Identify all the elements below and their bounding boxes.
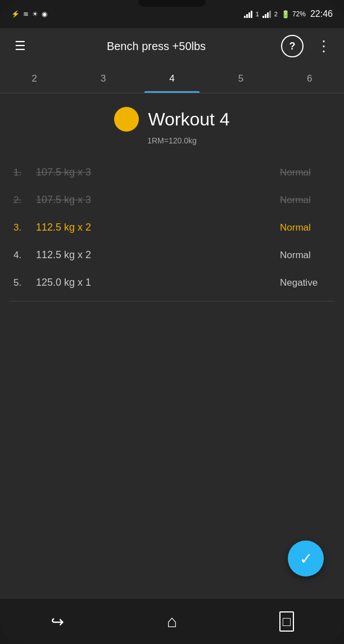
set-num-1: 1. xyxy=(13,167,31,178)
tab-3[interactable]: 3 xyxy=(69,64,137,93)
set-weight-5: 125.0 kg x 1 xyxy=(36,277,275,289)
set-weight-1: 107.5 kg x 3 xyxy=(36,166,275,178)
bottom-navigation: ↩ ⌂ □ xyxy=(0,599,344,644)
recents-icon: □ xyxy=(279,611,295,632)
signal1-icon xyxy=(244,11,252,18)
recents-button[interactable]: □ xyxy=(270,605,304,638)
help-button[interactable]: ? xyxy=(281,35,304,57)
set-num-2: 2. xyxy=(13,195,31,206)
workout-subtitle: 1RM=120.0kg xyxy=(147,136,197,145)
set-type-5: Negative xyxy=(280,277,331,289)
workout-title-row: Workout 4 xyxy=(114,107,229,132)
brightness-icon: ☀ xyxy=(32,10,38,18)
battery-level: 72% xyxy=(292,10,306,18)
usb-icon: ⚡ xyxy=(11,10,20,18)
set-weight-3: 112.5 kg x 2 xyxy=(36,222,275,233)
set-num-5: 5. xyxy=(13,277,31,289)
tab-4[interactable]: 4 xyxy=(138,64,206,93)
question-icon: ? xyxy=(289,40,296,52)
battery-icon: 🔋 xyxy=(281,10,290,19)
set-row-2[interactable]: 2. 107.5 kg x 3 Normal xyxy=(0,186,344,214)
phone-frame: ⚡ ≋ ☀ ◉ 1 2 🔋 72% 22:46 xyxy=(0,0,344,644)
app-title: Bench press +50lbs xyxy=(40,40,272,53)
workout-title: Workout 4 xyxy=(148,109,229,130)
back-icon: ↩ xyxy=(51,613,64,631)
status-icons-left: ⚡ ≋ ☀ ◉ xyxy=(11,10,47,18)
set-num-3: 3. xyxy=(13,222,31,233)
status-circle xyxy=(114,107,139,132)
sim2-label: 2 xyxy=(274,11,278,17)
home-button[interactable]: ⌂ xyxy=(155,605,189,638)
more-vert-icon: ⋮ xyxy=(316,38,331,55)
workout-header: Workout 4 1RM=120.0kg xyxy=(0,93,344,154)
audio-icon: ≋ xyxy=(23,10,29,18)
main-content: Workout 4 1RM=120.0kg 1. 107.5 kg x 3 No… xyxy=(0,93,344,599)
android-icon: ◉ xyxy=(42,10,47,18)
back-button[interactable]: ↩ xyxy=(40,605,74,638)
app-bar: ☰ Bench press +50lbs ? ⋮ xyxy=(0,28,344,64)
set-weight-4: 112.5 kg x 2 xyxy=(36,249,275,261)
set-num-4: 4. xyxy=(13,250,31,261)
sim1-label: 1 xyxy=(256,11,259,17)
check-icon: ✓ xyxy=(300,550,313,568)
set-weight-2: 107.5 kg x 3 xyxy=(36,194,275,206)
sets-list: 1. 107.5 kg x 3 Normal 2. 107.5 kg x 3 N… xyxy=(0,154,344,310)
home-icon: ⌂ xyxy=(167,612,177,631)
signal2-icon xyxy=(262,11,271,18)
tab-5[interactable]: 5 xyxy=(206,64,275,93)
set-row-4[interactable]: 4. 112.5 kg x 2 Normal xyxy=(0,241,344,269)
divider xyxy=(9,301,335,301)
tab-2[interactable]: 2 xyxy=(0,64,69,93)
set-type-1: Normal xyxy=(280,167,331,178)
set-type-3: Normal xyxy=(280,222,331,233)
more-menu-button[interactable]: ⋮ xyxy=(313,35,335,57)
set-type-4: Normal xyxy=(280,250,331,261)
hamburger-icon: ☰ xyxy=(15,39,26,53)
set-row-5[interactable]: 5. 125.0 kg x 1 Negative xyxy=(0,269,344,296)
clock: 22:46 xyxy=(310,9,333,19)
set-type-2: Normal xyxy=(280,195,331,206)
tab-bar: 2 3 4 5 6 xyxy=(0,64,344,93)
set-row-3[interactable]: 3. 112.5 kg x 2 Normal xyxy=(0,214,344,241)
status-icons-right: 1 2 🔋 72% 22:46 xyxy=(244,9,333,19)
tab-6[interactable]: 6 xyxy=(275,64,344,93)
set-row-1[interactable]: 1. 107.5 kg x 3 Normal xyxy=(0,159,344,186)
menu-button[interactable]: ☰ xyxy=(9,35,31,57)
complete-fab-button[interactable]: ✓ xyxy=(288,541,324,577)
